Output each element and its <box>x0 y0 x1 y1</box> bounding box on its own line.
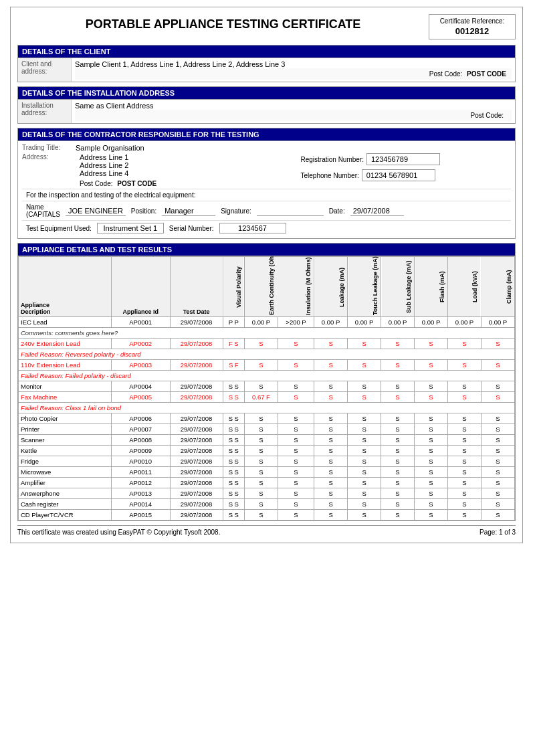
date-value: 29/07/2008 <box>350 206 404 216</box>
position-label: Position: <box>131 207 156 215</box>
reg-tel-box: Registration Number: 123456789 Telephone… <box>301 153 512 187</box>
col-leak: Leakage (mA) <box>314 257 348 317</box>
cert-ref-number: 0012812 <box>435 26 510 36</box>
appliance-section: APPLIANCE DETAILS AND TEST RESULTS Appli… <box>17 243 516 521</box>
col-ins: Insulation (M Ohms) <box>278 257 314 317</box>
col-date: Test Date <box>170 257 223 317</box>
installation-value: Same as Client Address Post Code: <box>72 100 515 123</box>
table-row: IEC LeadAP000129/07/2008P P0.00 P>200 P0… <box>19 317 515 328</box>
tel-row: Telephone Number: 01234 5678901 <box>301 169 512 181</box>
col-ec: Earth Continuity (Ohms) <box>244 257 278 317</box>
reg-value: 123456789 <box>366 153 440 165</box>
equip-value: Instrument Set 1 <box>97 223 164 233</box>
client-section-header: DETAILS OF THE CLIENT <box>18 45 515 58</box>
serial-value: 1234567 <box>219 223 286 233</box>
contractor-postcode: Post Code: POST CODE <box>80 180 290 187</box>
table-row: AnswerphoneAP001329/07/2008S SSSSSSSSS <box>19 488 515 499</box>
table-row: Fax MachineAP000529/07/2008S S0.67 FSSSS… <box>19 392 515 403</box>
table-row: MonitorAP000429/07/2008S SSSSSSSSS <box>19 381 515 392</box>
table-row: Photo CopierAP000629/07/2008S SSSSSSSSS <box>19 413 515 424</box>
name-position-row: Name(CAPITALS JOE ENGINEER Position: Man… <box>22 201 511 220</box>
reg-row: Registration Number: 123456789 <box>301 153 512 165</box>
contractor-section-header: DETAILS OF THE CONTRACTOR RESPONSIBLE FO… <box>18 128 515 141</box>
date-label: Date: <box>329 207 345 215</box>
footer-left: This certificate was created using EasyP… <box>17 529 220 536</box>
trading-label: Trading Title: <box>22 144 76 152</box>
appliance-section-header: APPLIANCE DETAILS AND TEST RESULTS <box>18 244 515 256</box>
position-value: Manager <box>162 206 215 216</box>
client-field-row: Client and address: Sample Client 1, Add… <box>18 58 515 82</box>
trading-title-row: Trading Title: Sample Organisation <box>22 144 511 152</box>
col-clamp: Clamp (mA) <box>481 257 514 317</box>
header-row: PORTABLE APPLIANCE TESTING CERTIFICATE C… <box>17 14 516 39</box>
cert-ref-label: Certificate Reference: <box>435 17 510 25</box>
table-header-row: ApplianceDecription Appliance Id Test Da… <box>19 257 515 317</box>
contractor-grid: Trading Title: Sample Organisation Addre… <box>18 141 515 238</box>
reg-label: Registration Number: <box>301 156 364 163</box>
footer: This certificate was created using EasyP… <box>17 525 516 536</box>
client-value: Sample Client 1, Address Line 1, Address… <box>72 58 515 82</box>
fail-reason-row: Failed Reason: Reversed polarity - disca… <box>19 349 515 360</box>
contractor-section: DETAILS OF THE CONTRACTOR RESPONSIBLE FO… <box>17 128 516 239</box>
fail-reason-row: Failed Reason: Class 1 fail on bond <box>19 403 515 413</box>
installation-field-row: Installation address: Same as Client Add… <box>18 100 515 123</box>
table-row: 240v Extension LeadAP000229/07/2008F SSS… <box>19 339 515 349</box>
table-row: ScannerAP000829/07/2008S SSSSSSSSS <box>19 435 515 446</box>
address-lines: Address Line 1 Address Line 2 Address Li… <box>80 153 290 187</box>
col-load: Load (kVA) <box>447 257 481 317</box>
fail-reason-row: Failed Reason: Failed polarity - discard <box>19 371 515 381</box>
signature-field <box>257 206 324 216</box>
footer-right: Page: 1 of 3 <box>479 529 516 536</box>
trading-value: Sample Organisation <box>76 144 511 152</box>
table-row: KettleAP000929/07/2008S SSSSSSSSS <box>19 446 515 456</box>
col-id: Appliance Id <box>111 257 170 317</box>
tel-label: Telephone Number: <box>301 172 359 179</box>
col-vp: Visual Polarity <box>223 257 244 317</box>
page-wrapper: PORTABLE APPLIANCE TESTING CERTIFICATE C… <box>10 7 523 543</box>
table-row: AmplifierAP001229/07/2008S SSSSSSSSS <box>19 478 515 488</box>
cert-ref-box: Certificate Reference: 0012812 <box>429 14 516 39</box>
table-row: MicrowaveAP001129/07/2008S SSSSSSSSS <box>19 467 515 478</box>
col-flash: Flash (mA) <box>415 257 448 317</box>
col-sub: Sub Leakage (mA) <box>381 257 415 317</box>
name-label: Name(CAPITALS <box>26 203 60 218</box>
installation-postcode: Post Code: <box>75 110 512 121</box>
comments-row: Comments: comments goes here? <box>19 328 515 339</box>
table-row: CD PlayerTC/VCRAP001529/07/2008S SSSSSSS… <box>19 510 515 521</box>
table-row: 110v Extension LeadAP000329/07/2008S FSS… <box>19 360 515 371</box>
installation-section: DETAILS OF THE INSTALLATION ADDRESS Inst… <box>17 86 516 124</box>
equip-label: Test Equipment Used: <box>26 225 92 232</box>
table-row: FridgeAP001029/07/2008S SSSSSSSSS <box>19 456 515 467</box>
installation-section-header: DETAILS OF THE INSTALLATION ADDRESS <box>18 87 515 100</box>
signature-label: Signature: <box>221 207 251 215</box>
page-title: PORTABLE APPLIANCE TESTING CERTIFICATE <box>17 14 429 31</box>
serial-label: Serial Number: <box>169 225 214 232</box>
installation-label: Installation address: <box>18 100 72 123</box>
address-label: Address: <box>22 153 76 187</box>
appliance-table: ApplianceDecription Appliance Id Test Da… <box>18 256 515 521</box>
name-value: JOE ENGINEER <box>66 206 126 216</box>
table-row: PrinterAP000729/07/2008S SSSSSSSSS <box>19 424 515 435</box>
tel-value: 01234 5678901 <box>362 169 435 181</box>
table-row: Cash registerAP001429/07/2008S SSSSSSSSS <box>19 499 515 510</box>
col-desc: ApplianceDecription <box>19 257 112 317</box>
client-section: DETAILS OF THE CLIENT Client and address… <box>17 45 516 82</box>
col-touch: Touch Leakage (mA) <box>348 257 381 317</box>
test-equip-row: Test Equipment Used: Instrument Set 1 Se… <box>22 220 511 235</box>
inspection-text: For the inspection and testing of the el… <box>22 189 511 201</box>
client-label: Client and address: <box>18 58 72 82</box>
client-postcode: Post Code: POST CODE <box>75 68 512 80</box>
address-reg-row: Address: Address Line 1 Address Line 2 A… <box>22 153 511 187</box>
